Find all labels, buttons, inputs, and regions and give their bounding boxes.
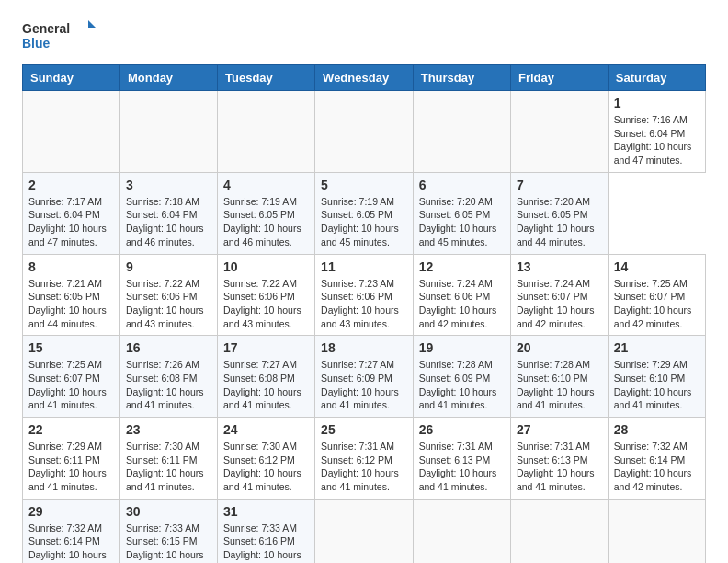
day-cell-5: 5Sunrise: 7:19 AMSunset: 6:05 PMDaylight… <box>315 172 414 254</box>
day-info: Sunrise: 7:19 AMSunset: 6:05 PMDaylight:… <box>321 195 407 249</box>
day-info: Sunrise: 7:20 AMSunset: 6:05 PMDaylight:… <box>419 195 505 249</box>
header-wednesday: Wednesday <box>315 65 414 91</box>
empty-cell <box>218 91 315 173</box>
day-info: Sunrise: 7:31 AMSunset: 6:12 PMDaylight:… <box>321 440 407 494</box>
calendar-table: SundayMondayTuesdayWednesdayThursdayFrid… <box>22 64 706 563</box>
day-number: 25 <box>321 422 407 437</box>
day-info: Sunrise: 7:33 AMSunset: 6:15 PMDaylight:… <box>126 522 211 563</box>
day-cell-16: 16Sunrise: 7:26 AMSunset: 6:08 PMDayligh… <box>119 336 217 418</box>
day-info: Sunrise: 7:28 AMSunset: 6:10 PMDaylight:… <box>517 358 602 412</box>
day-info: Sunrise: 7:30 AMSunset: 6:11 PMDaylight:… <box>126 440 211 494</box>
day-cell-21: 21Sunrise: 7:29 AMSunset: 6:10 PMDayligh… <box>608 336 705 418</box>
page-header: General Blue <box>22 18 706 55</box>
day-cell-14: 14Sunrise: 7:25 AMSunset: 6:07 PMDayligh… <box>608 254 705 336</box>
day-info: Sunrise: 7:23 AMSunset: 6:06 PMDaylight:… <box>321 277 407 331</box>
day-cell-9: 9Sunrise: 7:22 AMSunset: 6:06 PMDaylight… <box>119 254 217 336</box>
day-info: Sunrise: 7:19 AMSunset: 6:05 PMDaylight:… <box>223 195 309 249</box>
day-number: 5 <box>321 178 407 192</box>
day-number: 3 <box>126 178 211 192</box>
logo-svg: General Blue <box>22 18 96 55</box>
empty-cell <box>23 91 120 173</box>
day-info: Sunrise: 7:31 AMSunset: 6:13 PMDaylight:… <box>419 440 505 494</box>
empty-cell <box>315 91 414 173</box>
empty-cell <box>413 499 510 563</box>
day-number: 26 <box>419 422 505 437</box>
day-number: 1 <box>614 96 700 110</box>
day-number: 18 <box>321 340 407 355</box>
day-number: 28 <box>614 422 700 437</box>
logo: General Blue <box>22 18 96 55</box>
day-number: 30 <box>126 504 211 519</box>
empty-cell <box>510 91 608 173</box>
day-number: 2 <box>28 178 114 192</box>
empty-cell <box>510 499 608 563</box>
header-friday: Friday <box>510 65 608 91</box>
day-info: Sunrise: 7:29 AMSunset: 6:10 PMDaylight:… <box>614 358 700 412</box>
day-number: 22 <box>28 422 114 437</box>
day-cell-17: 17Sunrise: 7:27 AMSunset: 6:08 PMDayligh… <box>218 336 315 418</box>
day-info: Sunrise: 7:27 AMSunset: 6:09 PMDaylight:… <box>321 358 407 412</box>
day-cell-11: 11Sunrise: 7:23 AMSunset: 6:06 PMDayligh… <box>315 254 414 336</box>
day-cell-2: 2Sunrise: 7:17 AMSunset: 6:04 PMDaylight… <box>23 172 120 254</box>
day-cell-23: 23Sunrise: 7:30 AMSunset: 6:11 PMDayligh… <box>119 418 217 500</box>
day-number: 13 <box>517 259 602 274</box>
day-cell-6: 6Sunrise: 7:20 AMSunset: 6:05 PMDaylight… <box>413 172 510 254</box>
day-cell-30: 30Sunrise: 7:33 AMSunset: 6:15 PMDayligh… <box>119 499 217 563</box>
day-number: 23 <box>126 422 211 437</box>
day-cell-24: 24Sunrise: 7:30 AMSunset: 6:12 PMDayligh… <box>218 418 315 500</box>
day-cell-27: 27Sunrise: 7:31 AMSunset: 6:13 PMDayligh… <box>510 418 608 500</box>
empty-cell <box>413 91 510 173</box>
header-tuesday: Tuesday <box>218 65 315 91</box>
day-number: 31 <box>223 504 309 519</box>
day-cell-3: 3Sunrise: 7:18 AMSunset: 6:04 PMDaylight… <box>119 172 217 254</box>
day-number: 7 <box>517 178 602 192</box>
day-cell-26: 26Sunrise: 7:31 AMSunset: 6:13 PMDayligh… <box>413 418 510 500</box>
day-number: 10 <box>223 259 309 274</box>
header-saturday: Saturday <box>608 65 705 91</box>
day-number: 21 <box>614 340 700 355</box>
day-cell-4: 4Sunrise: 7:19 AMSunset: 6:05 PMDaylight… <box>218 172 315 254</box>
day-number: 20 <box>517 340 602 355</box>
day-info: Sunrise: 7:32 AMSunset: 6:14 PMDaylight:… <box>28 522 114 563</box>
week-row-1: 2Sunrise: 7:17 AMSunset: 6:04 PMDaylight… <box>23 172 706 254</box>
day-cell-13: 13Sunrise: 7:24 AMSunset: 6:07 PMDayligh… <box>510 254 608 336</box>
day-number: 16 <box>126 340 211 355</box>
day-info: Sunrise: 7:31 AMSunset: 6:13 PMDaylight:… <box>517 440 602 494</box>
header-sunday: Sunday <box>23 65 120 91</box>
empty-cell <box>315 499 414 563</box>
week-row-0: 1Sunrise: 7:16 AMSunset: 6:04 PMDaylight… <box>23 91 706 173</box>
day-info: Sunrise: 7:25 AMSunset: 6:07 PMDaylight:… <box>28 358 114 412</box>
day-info: Sunrise: 7:28 AMSunset: 6:09 PMDaylight:… <box>419 358 505 412</box>
day-cell-28: 28Sunrise: 7:32 AMSunset: 6:14 PMDayligh… <box>608 418 705 500</box>
day-cell-29: 29Sunrise: 7:32 AMSunset: 6:14 PMDayligh… <box>23 499 120 563</box>
day-number: 8 <box>28 259 114 274</box>
day-number: 24 <box>223 422 309 437</box>
day-info: Sunrise: 7:32 AMSunset: 6:14 PMDaylight:… <box>614 440 700 494</box>
day-number: 9 <box>126 259 211 274</box>
day-info: Sunrise: 7:18 AMSunset: 6:04 PMDaylight:… <box>126 195 211 249</box>
day-cell-31: 31Sunrise: 7:33 AMSunset: 6:16 PMDayligh… <box>218 499 315 563</box>
day-info: Sunrise: 7:33 AMSunset: 6:16 PMDaylight:… <box>223 522 309 563</box>
day-number: 29 <box>28 504 114 519</box>
day-info: Sunrise: 7:22 AMSunset: 6:06 PMDaylight:… <box>126 277 211 331</box>
week-row-2: 8Sunrise: 7:21 AMSunset: 6:05 PMDaylight… <box>23 254 706 336</box>
calendar-header-row: SundayMondayTuesdayWednesdayThursdayFrid… <box>23 65 706 91</box>
day-info: Sunrise: 7:21 AMSunset: 6:05 PMDaylight:… <box>28 277 114 331</box>
week-row-4: 22Sunrise: 7:29 AMSunset: 6:11 PMDayligh… <box>23 418 706 500</box>
day-info: Sunrise: 7:30 AMSunset: 6:12 PMDaylight:… <box>223 440 309 494</box>
day-cell-10: 10Sunrise: 7:22 AMSunset: 6:06 PMDayligh… <box>218 254 315 336</box>
week-row-3: 15Sunrise: 7:25 AMSunset: 6:07 PMDayligh… <box>23 336 706 418</box>
day-number: 27 <box>517 422 602 437</box>
day-info: Sunrise: 7:25 AMSunset: 6:07 PMDaylight:… <box>614 277 700 331</box>
day-number: 14 <box>614 259 700 274</box>
day-info: Sunrise: 7:26 AMSunset: 6:08 PMDaylight:… <box>126 358 211 412</box>
day-info: Sunrise: 7:24 AMSunset: 6:07 PMDaylight:… <box>517 277 602 331</box>
day-cell-8: 8Sunrise: 7:21 AMSunset: 6:05 PMDaylight… <box>23 254 120 336</box>
day-number: 19 <box>419 340 505 355</box>
day-cell-7: 7Sunrise: 7:20 AMSunset: 6:05 PMDaylight… <box>510 172 608 254</box>
svg-text:General: General <box>22 21 70 36</box>
day-number: 11 <box>321 259 407 274</box>
day-cell-15: 15Sunrise: 7:25 AMSunset: 6:07 PMDayligh… <box>23 336 120 418</box>
empty-cell <box>608 499 705 563</box>
svg-text:Blue: Blue <box>22 36 51 51</box>
